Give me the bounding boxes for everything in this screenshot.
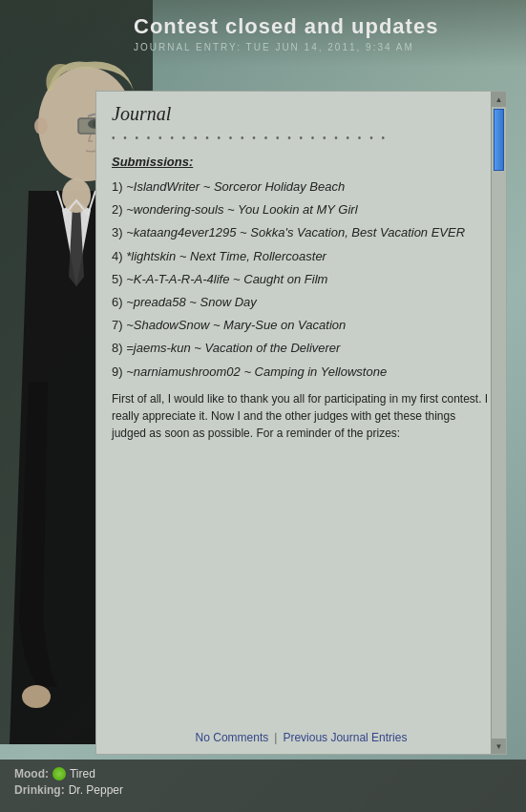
submission-9-num: 9): [112, 364, 123, 379]
submission-7: 7) ~ShadowSnow ~ Mary-Sue on Vacation: [112, 317, 491, 334]
drinking-label: Drinking:: [14, 783, 65, 797]
submission-9: 9) ~narniamushroom02 ~ Camping in Yellow…: [112, 364, 491, 381]
submissions-header: Submissions:: [112, 155, 491, 169]
submission-8: 8) =jaems-kun ~ Vacation of the Delivere…: [112, 340, 491, 357]
submission-1-num: 1): [112, 179, 123, 194]
scrollbar-arrow-up[interactable]: ▲: [492, 92, 506, 107]
submission-3-num: 3): [112, 225, 123, 239]
drinking-line: Drinking: Dr. Pepper: [14, 783, 512, 797]
mood-line: Mood: Tired: [14, 767, 512, 781]
submission-6-text: ~preada58 ~ Snow Day: [126, 295, 257, 309]
previous-entries-link[interactable]: Previous Journal Entries: [283, 731, 407, 744]
submission-6: 6) ~preada58 ~ Snow Day: [112, 294, 491, 311]
submission-5: 5) ~K-A-T-A-R-A-4life ~ Caught on Film: [112, 271, 491, 288]
submission-5-num: 5): [112, 272, 123, 286]
drinking-value: Dr. Pepper: [69, 783, 123, 797]
journal-entry-date: JOURNAL ENTRY: TUE JUN 14, 2011, 9:34 AM: [134, 42, 526, 52]
submission-5-text: ~K-A-T-A-R-A-4life ~ Caught on Film: [126, 272, 327, 286]
submission-7-num: 7): [112, 318, 123, 332]
page-header: Contest closed and updates JOURNAL ENTRY…: [0, 0, 526, 67]
submission-3-text: ~kataang4ever1295 ~ Sokka's Vacation, Be…: [126, 225, 465, 239]
submission-4-num: 4): [112, 249, 123, 263]
submission-8-text: =jaems-kun ~ Vacation of the Deliverer: [126, 341, 340, 355]
submission-6-num: 6): [112, 295, 123, 309]
svg-point-1: [62, 178, 91, 213]
scrollbar-thumb[interactable]: [494, 109, 504, 171]
page-title: Contest closed and updates: [134, 14, 526, 39]
mood-value: Tired: [70, 767, 95, 781]
submission-2-text: ~wondering-souls ~ You Lookin at MY Girl: [126, 202, 357, 217]
submission-2-num: 2): [112, 202, 123, 217]
journal-inner: Journal • • • • • • • • • • • • • • • • …: [96, 92, 506, 754]
submission-1: 1) ~IslandWriter ~ Sorceror Holiday Beac…: [112, 178, 491, 196]
submission-4: 4) *lightskin ~ Next Time, Rollercoaster: [112, 248, 491, 265]
scrollbar-track[interactable]: ▲ ▼: [491, 92, 506, 754]
submission-3: 3) ~kataang4ever1295 ~ Sokka's Vacation,…: [112, 224, 491, 241]
status-bar: Mood: Tired Drinking: Dr. Pepper: [0, 760, 526, 812]
submission-7-text: ~ShadowSnow ~ Mary-Sue on Vacation: [126, 318, 346, 332]
svg-point-7: [22, 685, 51, 708]
scrollbar-arrow-down[interactable]: ▼: [492, 739, 506, 754]
svg-point-6: [34, 117, 48, 135]
no-comments-link[interactable]: No Comments: [196, 731, 269, 744]
journal-footer: No Comments | Previous Journal Entries: [96, 723, 506, 754]
mood-icon: [53, 767, 66, 781]
submission-9-text: ~narniamushroom02 ~ Camping in Yellowsto…: [126, 364, 387, 379]
submission-8-num: 8): [112, 341, 123, 355]
submission-1-text: ~IslandWriter ~ Sorceror Holiday Beach: [126, 179, 345, 194]
footer-separator: |: [274, 731, 277, 744]
submission-4-text: *lightskin ~ Next Time, Rollercoaster: [126, 249, 326, 263]
dotted-divider: • • • • • • • • • • • • • • • • • • • • …: [112, 133, 491, 143]
description-text: First of all, I would like to thank you …: [112, 390, 491, 442]
mood-label: Mood:: [14, 767, 49, 781]
submission-2: 2) ~wondering-souls ~ You Lookin at MY G…: [112, 201, 491, 219]
journal-title: Journal: [112, 103, 491, 125]
journal-container: Journal • • • • • • • • • • • • • • • • …: [95, 91, 507, 755]
journal-scroll-area[interactable]: Journal • • • • • • • • • • • • • • • • …: [96, 92, 506, 723]
